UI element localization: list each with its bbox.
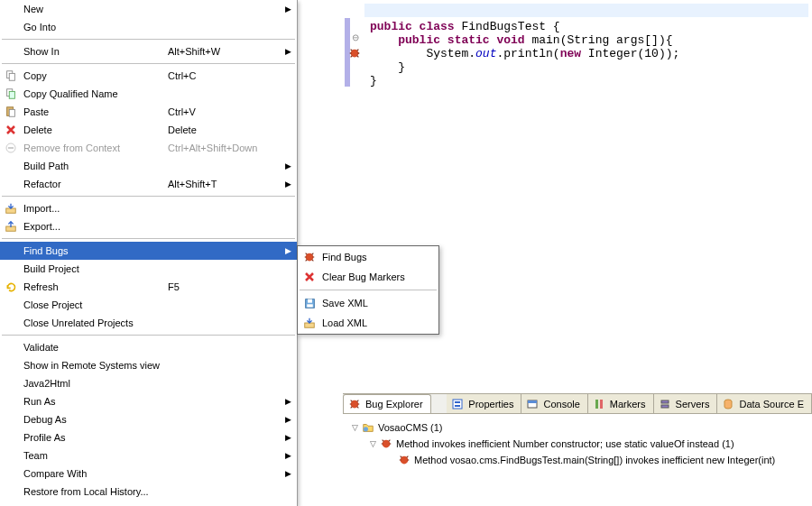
tree-instance-row[interactable]: Method vosao.cms.FindBugsTest.main(Strin…: [346, 452, 808, 468]
menu-debug-as[interactable]: Debug As ▶: [0, 410, 297, 428]
menu-export[interactable]: Export...: [0, 217, 297, 235]
blank-icon: [4, 2, 18, 16]
menu-restore-history[interactable]: Restore from Local History...: [0, 483, 297, 501]
menu-close-unrelated[interactable]: Close Unrelated Projects: [0, 314, 297, 332]
submenu-arrow-icon: ▶: [285, 415, 291, 424]
datasource-icon: [721, 397, 735, 411]
find-bugs-submenu: Find Bugs Clear Bug Markers Save XML Loa…: [297, 245, 439, 335]
svg-rect-26: [308, 299, 312, 302]
bug-explorer-tree[interactable]: ▽ VosaoCMS (1) ▽ Method invokes ineffici…: [343, 414, 812, 474]
clear-icon: [302, 270, 317, 284]
bug-icon: [347, 397, 362, 411]
tree-rule-row[interactable]: ▽ Method invokes inefficient Number cons…: [346, 436, 808, 452]
submenu-load-xml[interactable]: Load XML: [299, 313, 438, 333]
menu-separator: [2, 335, 295, 336]
menu-new[interactable]: New ▶: [0, 0, 297, 18]
menu-build-project[interactable]: Build Project: [0, 260, 297, 278]
submenu-arrow-icon: ▶: [285, 161, 291, 170]
menu-profile-as[interactable]: Profile As ▶: [0, 428, 297, 446]
submenu-arrow-icon: ▶: [285, 451, 291, 460]
export-icon: [4, 219, 18, 234]
copy-qualified-icon: [4, 87, 18, 101]
current-line-highlight: [343, 4, 808, 17]
bottom-panel: Bug Explorer Properties Console Markers …: [343, 393, 812, 506]
menu-refactor[interactable]: Refactor Alt+Shift+T ▶: [0, 175, 297, 193]
menu-build-path[interactable]: Build Path ▶: [0, 157, 297, 175]
menu-run-as[interactable]: Run As ▶: [0, 392, 297, 410]
delete-icon: [4, 123, 18, 137]
menu-refresh[interactable]: Refresh F5: [0, 278, 297, 296]
properties-icon: [450, 397, 465, 411]
menu-separator: [2, 63, 295, 64]
menu-go-into[interactable]: Go Into: [0, 18, 297, 36]
svg-rect-6: [528, 400, 537, 403]
collapse-icon[interactable]: ⊖: [352, 32, 359, 42]
menu-remove-context: Remove from Context Ctrl+Alt+Shift+Down: [0, 139, 297, 157]
save-icon: [302, 296, 317, 310]
menu-java2html[interactable]: Java2Html: [0, 374, 297, 392]
svg-rect-10: [661, 405, 669, 408]
menu-close-project[interactable]: Close Project: [0, 296, 297, 314]
tree-project-row[interactable]: ▽ VosaoCMS (1): [346, 419, 808, 436]
expand-icon[interactable]: ▽: [368, 439, 377, 448]
menu-separator: [2, 238, 295, 239]
refresh-icon: [4, 280, 18, 294]
menu-copy-qualified[interactable]: Copy Qualified Name: [0, 85, 297, 103]
svg-rect-3: [455, 401, 460, 403]
console-icon: [525, 397, 540, 411]
bug-instance-icon: [397, 453, 411, 467]
submenu-arrow-icon: ▶: [285, 433, 291, 442]
svg-rect-27: [307, 304, 313, 307]
tab-markers[interactable]: Markers: [588, 394, 654, 414]
svg-rect-9: [661, 400, 669, 403]
svg-rect-16: [9, 73, 14, 80]
svg-point-12: [364, 427, 368, 431]
menu-separator: [300, 290, 437, 290]
svg-rect-2: [453, 400, 462, 409]
menu-team[interactable]: Team ▶: [0, 446, 297, 465]
remove-context-icon: [4, 141, 18, 155]
expand-icon[interactable]: ▽: [350, 423, 359, 432]
servers-icon: [658, 397, 672, 411]
tab-data-source[interactable]: Data Source E: [717, 394, 812, 414]
menu-copy[interactable]: Copy Ctrl+C: [0, 67, 297, 85]
tab-properties[interactable]: Properties: [447, 394, 521, 414]
svg-rect-20: [9, 109, 14, 116]
paste-icon: [4, 105, 18, 119]
svg-rect-4: [455, 405, 460, 407]
tab-bug-explorer[interactable]: Bug Explorer: [343, 394, 431, 414]
tab-console[interactable]: Console: [521, 394, 587, 414]
svg-rect-18: [9, 91, 14, 98]
menu-validate[interactable]: Validate: [0, 338, 297, 356]
context-menu: New ▶ Go Into Show In Alt+Shift+W ▶ Copy…: [0, 0, 298, 506]
menu-import[interactable]: Import...: [0, 199, 297, 217]
submenu-arrow-icon: ▶: [285, 246, 291, 255]
menu-compare-with[interactable]: Compare With ▶: [0, 465, 297, 483]
menu-separator: [2, 39, 295, 40]
submenu-arrow-icon: ▶: [285, 469, 291, 478]
submenu-find-bugs[interactable]: Find Bugs: [299, 247, 438, 267]
menu-delete[interactable]: Delete Delete: [0, 121, 297, 139]
submenu-clear-markers[interactable]: Clear Bug Markers: [299, 267, 438, 287]
bug-icon: [302, 250, 317, 264]
menu-separator: [2, 196, 295, 197]
submenu-save-xml[interactable]: Save XML: [299, 293, 438, 313]
submenu-arrow-icon: ▶: [285, 179, 291, 189]
load-icon: [302, 316, 317, 330]
tab-servers[interactable]: Servers: [654, 394, 718, 414]
markers-icon: [592, 397, 606, 411]
bug-marker-icon[interactable]: [348, 47, 361, 61]
project-icon: [361, 420, 375, 435]
code-content[interactable]: public class FindBugsTest { public stati…: [370, 20, 679, 87]
submenu-arrow-icon: ▶: [285, 397, 291, 406]
bug-category-icon: [379, 437, 393, 451]
submenu-arrow-icon: ▶: [285, 47, 291, 56]
menu-show-remote[interactable]: Show in Remote Systems view: [0, 356, 297, 374]
svg-rect-7: [595, 400, 598, 409]
import-icon: [4, 201, 18, 216]
submenu-arrow-icon: ▶: [285, 5, 291, 14]
menu-paste[interactable]: Paste Ctrl+V: [0, 103, 297, 121]
menu-show-in[interactable]: Show In Alt+Shift+W ▶: [0, 42, 297, 60]
menu-find-bugs[interactable]: Find Bugs ▶: [0, 242, 297, 260]
copy-icon: [4, 69, 18, 83]
